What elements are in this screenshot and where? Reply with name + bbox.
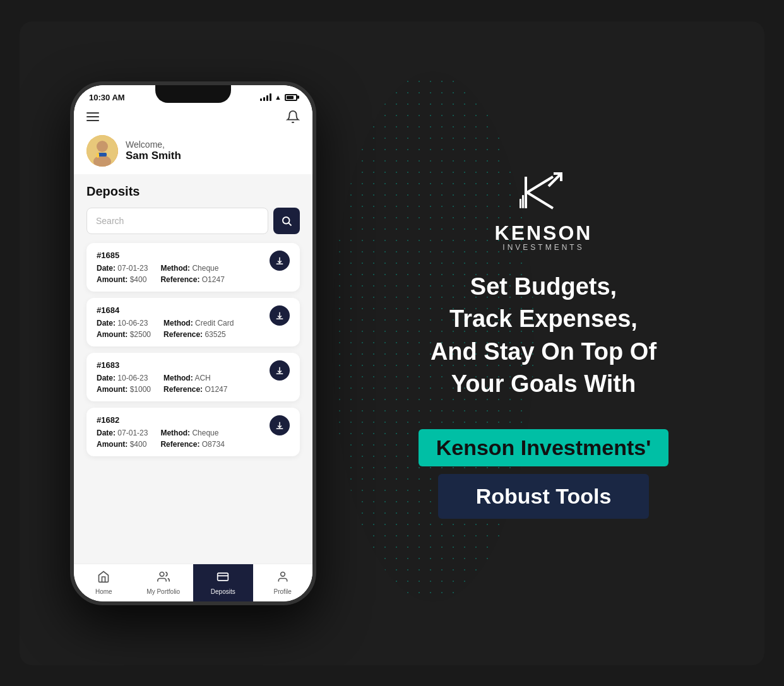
svg-point-5 <box>283 217 290 224</box>
logo-area: KENSON INVESTMENTS <box>495 167 593 252</box>
search-button[interactable] <box>273 208 300 234</box>
svg-line-14 <box>549 174 561 186</box>
download-button-1684[interactable] <box>270 305 290 326</box>
signal-icon <box>260 93 271 101</box>
wifi-icon: ▲ <box>275 93 282 101</box>
svg-rect-15 <box>520 199 521 208</box>
logo-name: KENSON <box>495 223 593 243</box>
deposits-title: Deposits <box>86 184 300 199</box>
nav-item-home[interactable]: Home <box>74 564 134 601</box>
svg-rect-4 <box>97 153 99 158</box>
download-button-1682[interactable] <box>270 415 290 435</box>
deposit-card-1682: #1682 Date: 07-01-23 Amount: $400 Method… <box>86 408 300 456</box>
card-id: #1683 <box>97 360 290 370</box>
status-time: 10:30 AM <box>89 93 125 102</box>
phone-notch <box>155 85 231 103</box>
nav-item-profile[interactable]: Profile <box>253 564 313 601</box>
card-details: Date: 10-06-23 Amount: $2500 Method: Cre… <box>97 319 290 339</box>
card-id: #1685 <box>97 251 290 260</box>
profile-icon <box>276 571 289 586</box>
nav-portfolio-label: My Portfolio <box>146 588 180 595</box>
brand-section: KENSON INVESTMENTS Set Budgets, Track Ex… <box>348 167 727 519</box>
main-container: 10:30 AM ▲ <box>20 21 764 665</box>
nav-item-deposits[interactable]: Deposits <box>193 564 253 601</box>
nav-item-portfolio[interactable]: My Portfolio <box>134 564 194 601</box>
app-header <box>74 105 312 129</box>
download-button-1685[interactable] <box>270 251 290 271</box>
welcome-section: Welcome, Sam Smith <box>74 129 312 174</box>
card-details: Date: 07-01-23 Amount: $400 Method: Cheq… <box>97 429 290 449</box>
tagline: Set Budgets, Track Expenses, And Stay On… <box>431 271 656 400</box>
nav-profile-label: Profile <box>274 588 292 595</box>
phone-section: 10:30 AM ▲ <box>57 81 329 605</box>
card-details: Date: 07-01-23 Amount: $400 Method: Cheq… <box>97 264 290 284</box>
battery-icon <box>285 94 297 101</box>
svg-rect-16 <box>522 195 524 208</box>
phone-frame: 10:30 AM ▲ <box>70 81 316 605</box>
app-content: Deposits Search <box>74 174 312 564</box>
portfolio-icon <box>157 571 170 586</box>
svg-rect-8 <box>218 573 229 581</box>
avatar <box>86 135 118 167</box>
greeting-text: Welcome, <box>126 139 181 150</box>
robust-box: Robust Tools <box>438 474 650 519</box>
username-text: Sam Smith <box>126 150 181 162</box>
deposit-card-1684: #1684 Date: 10-06-23 Amount: $2500 Metho… <box>86 298 300 346</box>
svg-line-6 <box>288 223 291 225</box>
nav-home-label: Home <box>95 588 112 595</box>
search-input[interactable]: Search <box>86 208 268 234</box>
svg-rect-11 <box>525 177 527 208</box>
deposits-icon <box>217 571 229 586</box>
svg-line-13 <box>527 192 553 208</box>
highlight-box: Kenson Investments' <box>419 429 669 466</box>
tagline-text: Set Budgets, Track Expenses, And Stay On… <box>431 271 656 400</box>
home-icon <box>97 571 110 586</box>
deposit-card-1685: #1685 Date: 07-01-23 Amount: $400 Method… <box>86 243 300 292</box>
logo-sub: INVESTMENTS <box>502 243 584 252</box>
bottom-nav: Home My Portfolio <box>74 564 312 601</box>
svg-point-1 <box>97 141 108 152</box>
card-id: #1684 <box>97 305 290 315</box>
welcome-text: Welcome, Sam Smith <box>126 139 181 162</box>
card-id: #1682 <box>97 415 290 425</box>
download-button-1683[interactable] <box>270 360 290 381</box>
search-bar: Search <box>86 208 300 234</box>
bell-icon[interactable] <box>286 110 300 124</box>
card-details: Date: 10-06-23 Amount: $1000 Method: ACH… <box>97 374 290 394</box>
nav-deposits-label: Deposits <box>211 588 235 595</box>
svg-point-7 <box>160 572 164 576</box>
hamburger-icon[interactable] <box>86 112 99 121</box>
status-icons: ▲ <box>260 93 297 101</box>
deposit-card-1683: #1683 Date: 10-06-23 Amount: $1000 Metho… <box>86 353 300 401</box>
kenson-logo-icon <box>518 167 569 218</box>
phone-screen: 10:30 AM ▲ <box>74 85 312 601</box>
svg-point-10 <box>280 572 285 576</box>
svg-rect-3 <box>98 153 107 157</box>
